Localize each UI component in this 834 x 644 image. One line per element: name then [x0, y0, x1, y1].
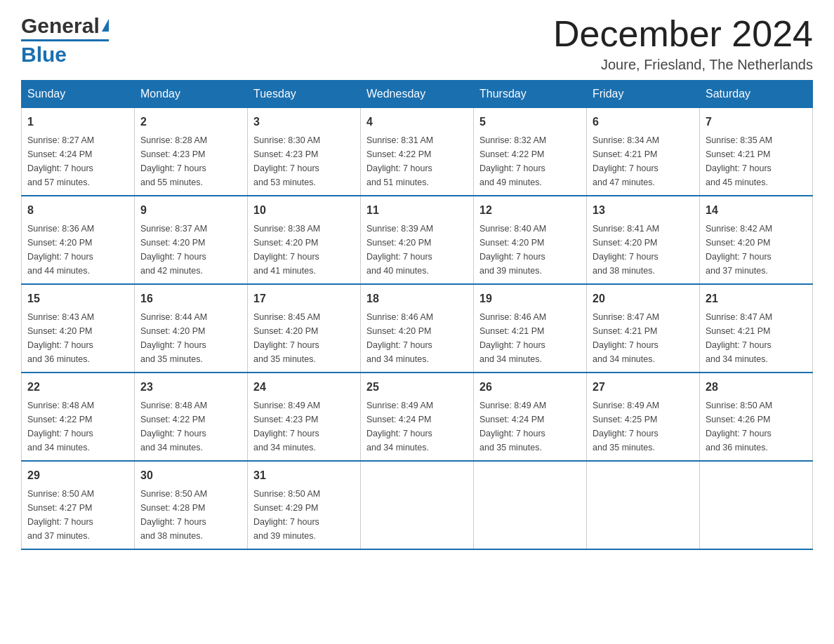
calendar-header-row: SundayMondayTuesdayWednesdayThursdayFrid…: [22, 81, 813, 108]
calendar-week-row: 1Sunrise: 8:27 AM Sunset: 4:24 PM Daylig…: [22, 108, 813, 196]
day-number: 21: [706, 290, 807, 307]
calendar-cell: 16Sunrise: 8:44 AM Sunset: 4:20 PM Dayli…: [135, 284, 248, 373]
day-header-friday: Friday: [587, 81, 700, 108]
calendar-cell: 24Sunrise: 8:49 AM Sunset: 4:23 PM Dayli…: [248, 373, 361, 461]
day-number: 6: [593, 114, 694, 130]
day-number: 16: [140, 290, 241, 307]
day-number: 2: [140, 114, 241, 130]
day-info: Sunrise: 8:30 AM Sunset: 4:23 PM Dayligh…: [253, 133, 355, 189]
calendar-cell: 8Sunrise: 8:36 AM Sunset: 4:20 PM Daylig…: [22, 196, 135, 284]
day-number: 29: [27, 467, 128, 484]
day-number: 26: [479, 379, 581, 396]
day-info: Sunrise: 8:46 AM Sunset: 4:20 PM Dayligh…: [366, 310, 468, 366]
calendar-cell: 28Sunrise: 8:50 AM Sunset: 4:26 PM Dayli…: [700, 373, 813, 461]
day-number: 7: [706, 114, 807, 130]
calendar-cell: 19Sunrise: 8:46 AM Sunset: 4:21 PM Dayli…: [474, 284, 587, 373]
calendar-cell: 15Sunrise: 8:43 AM Sunset: 4:20 PM Dayli…: [22, 284, 135, 373]
calendar-cell: 20Sunrise: 8:47 AM Sunset: 4:21 PM Dayli…: [587, 284, 700, 373]
day-info: Sunrise: 8:27 AM Sunset: 4:24 PM Dayligh…: [27, 133, 128, 189]
logo-arrow-icon: [102, 19, 109, 32]
logo-general-text: General: [21, 14, 100, 38]
day-header-wednesday: Wednesday: [361, 81, 474, 108]
day-number: 28: [706, 379, 807, 396]
calendar-cell: 13Sunrise: 8:41 AM Sunset: 4:20 PM Dayli…: [587, 196, 700, 284]
calendar-week-row: 29Sunrise: 8:50 AM Sunset: 4:27 PM Dayli…: [22, 461, 813, 549]
calendar-cell: 4Sunrise: 8:31 AM Sunset: 4:22 PM Daylig…: [361, 108, 474, 196]
page-header: General Blue December 2024 Joure, Friesl…: [21, 14, 813, 73]
day-info: Sunrise: 8:32 AM Sunset: 4:22 PM Dayligh…: [479, 133, 581, 189]
calendar-cell: 2Sunrise: 8:28 AM Sunset: 4:23 PM Daylig…: [135, 108, 248, 196]
day-number: 5: [479, 114, 581, 130]
day-info: Sunrise: 8:48 AM Sunset: 4:22 PM Dayligh…: [140, 398, 241, 455]
day-info: Sunrise: 8:43 AM Sunset: 4:20 PM Dayligh…: [27, 310, 128, 366]
day-info: Sunrise: 8:41 AM Sunset: 4:20 PM Dayligh…: [593, 222, 694, 278]
day-number: 10: [253, 202, 355, 219]
day-info: Sunrise: 8:46 AM Sunset: 4:21 PM Dayligh…: [479, 310, 581, 366]
day-info: Sunrise: 8:50 AM Sunset: 4:28 PM Dayligh…: [140, 487, 241, 543]
day-info: Sunrise: 8:38 AM Sunset: 4:20 PM Dayligh…: [253, 222, 355, 278]
title-section: December 2024 Joure, Friesland, The Neth…: [553, 14, 813, 73]
calendar-cell: 21Sunrise: 8:47 AM Sunset: 4:21 PM Dayli…: [700, 284, 813, 373]
day-number: 8: [27, 202, 128, 219]
day-info: Sunrise: 8:50 AM Sunset: 4:27 PM Dayligh…: [27, 487, 128, 543]
day-info: Sunrise: 8:42 AM Sunset: 4:20 PM Dayligh…: [706, 222, 807, 278]
day-number: 30: [140, 467, 241, 484]
day-number: 31: [253, 467, 355, 484]
calendar-cell: [474, 461, 587, 549]
calendar-cell: 14Sunrise: 8:42 AM Sunset: 4:20 PM Dayli…: [700, 196, 813, 284]
day-header-tuesday: Tuesday: [248, 81, 361, 108]
calendar-cell: 1Sunrise: 8:27 AM Sunset: 4:24 PM Daylig…: [22, 108, 135, 196]
calendar-cell: 27Sunrise: 8:49 AM Sunset: 4:25 PM Dayli…: [587, 373, 700, 461]
day-info: Sunrise: 8:35 AM Sunset: 4:21 PM Dayligh…: [706, 133, 807, 189]
calendar-cell: [587, 461, 700, 549]
day-number: 22: [27, 379, 128, 396]
calendar-cell: [700, 461, 813, 549]
day-info: Sunrise: 8:39 AM Sunset: 4:20 PM Dayligh…: [366, 222, 468, 278]
calendar-cell: 23Sunrise: 8:48 AM Sunset: 4:22 PM Dayli…: [135, 373, 248, 461]
calendar-week-row: 8Sunrise: 8:36 AM Sunset: 4:20 PM Daylig…: [22, 196, 813, 284]
day-info: Sunrise: 8:49 AM Sunset: 4:24 PM Dayligh…: [479, 398, 581, 455]
calendar-cell: 17Sunrise: 8:45 AM Sunset: 4:20 PM Dayli…: [248, 284, 361, 373]
day-number: 24: [253, 379, 355, 396]
calendar-cell: 29Sunrise: 8:50 AM Sunset: 4:27 PM Dayli…: [22, 461, 135, 549]
day-header-saturday: Saturday: [700, 81, 813, 108]
calendar-cell: 18Sunrise: 8:46 AM Sunset: 4:20 PM Dayli…: [361, 284, 474, 373]
calendar-cell: 12Sunrise: 8:40 AM Sunset: 4:20 PM Dayli…: [474, 196, 587, 284]
day-info: Sunrise: 8:28 AM Sunset: 4:23 PM Dayligh…: [140, 133, 241, 189]
day-number: 9: [140, 202, 241, 219]
calendar-week-row: 15Sunrise: 8:43 AM Sunset: 4:20 PM Dayli…: [22, 284, 813, 373]
day-info: Sunrise: 8:49 AM Sunset: 4:23 PM Dayligh…: [253, 398, 355, 455]
logo: General Blue: [21, 14, 109, 67]
calendar-week-row: 22Sunrise: 8:48 AM Sunset: 4:22 PM Dayli…: [22, 373, 813, 461]
day-info: Sunrise: 8:34 AM Sunset: 4:21 PM Dayligh…: [593, 133, 694, 189]
day-info: Sunrise: 8:36 AM Sunset: 4:20 PM Dayligh…: [27, 222, 128, 278]
day-number: 15: [27, 290, 128, 307]
day-number: 12: [479, 202, 581, 219]
day-header-thursday: Thursday: [474, 81, 587, 108]
day-number: 4: [366, 114, 468, 130]
calendar-cell: 26Sunrise: 8:49 AM Sunset: 4:24 PM Dayli…: [474, 373, 587, 461]
day-header-sunday: Sunday: [22, 81, 135, 108]
day-info: Sunrise: 8:45 AM Sunset: 4:20 PM Dayligh…: [253, 310, 355, 366]
day-info: Sunrise: 8:44 AM Sunset: 4:20 PM Dayligh…: [140, 310, 241, 366]
location: Joure, Friesland, The Netherlands: [553, 57, 813, 73]
day-info: Sunrise: 8:50 AM Sunset: 4:29 PM Dayligh…: [253, 487, 355, 543]
day-info: Sunrise: 8:40 AM Sunset: 4:20 PM Dayligh…: [479, 222, 581, 278]
calendar-table: SundayMondayTuesdayWednesdayThursdayFrid…: [21, 80, 813, 550]
day-info: Sunrise: 8:49 AM Sunset: 4:25 PM Dayligh…: [593, 398, 694, 455]
day-number: 27: [593, 379, 694, 396]
calendar-cell: 10Sunrise: 8:38 AM Sunset: 4:20 PM Dayli…: [248, 196, 361, 284]
day-number: 1: [27, 114, 128, 130]
calendar-cell: 22Sunrise: 8:48 AM Sunset: 4:22 PM Dayli…: [22, 373, 135, 461]
day-info: Sunrise: 8:47 AM Sunset: 4:21 PM Dayligh…: [593, 310, 694, 366]
calendar-cell: 30Sunrise: 8:50 AM Sunset: 4:28 PM Dayli…: [135, 461, 248, 549]
month-title: December 2024: [553, 14, 813, 54]
calendar-cell: 31Sunrise: 8:50 AM Sunset: 4:29 PM Dayli…: [248, 461, 361, 549]
day-info: Sunrise: 8:48 AM Sunset: 4:22 PM Dayligh…: [27, 398, 128, 455]
day-info: Sunrise: 8:31 AM Sunset: 4:22 PM Dayligh…: [366, 133, 468, 189]
day-info: Sunrise: 8:37 AM Sunset: 4:20 PM Dayligh…: [140, 222, 241, 278]
logo-blue-text: Blue: [21, 39, 109, 67]
day-info: Sunrise: 8:49 AM Sunset: 4:24 PM Dayligh…: [366, 398, 468, 455]
day-number: 19: [479, 290, 581, 307]
calendar-cell: 25Sunrise: 8:49 AM Sunset: 4:24 PM Dayli…: [361, 373, 474, 461]
